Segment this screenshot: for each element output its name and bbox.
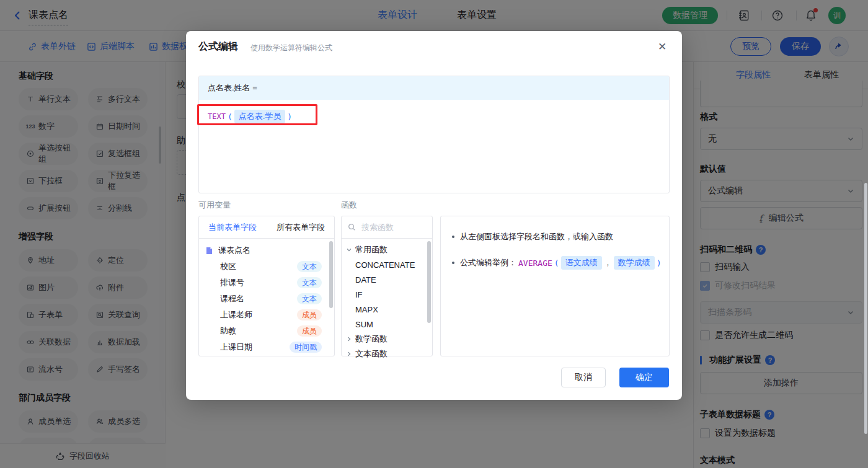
variables-scrollbar[interactable] <box>329 241 333 308</box>
variables-label: 可用变量 <box>198 200 231 211</box>
caret-right-icon <box>346 336 352 342</box>
help-panel: 从左侧面板选择字段名和函数，或输入函数 公式编辑举例： AVERAGE ( 语文… <box>440 216 670 356</box>
cancel-button[interactable]: 取消 <box>561 368 606 387</box>
modal-subtitle: 使用数学运算符编辑公式 <box>250 43 332 53</box>
caret-down-icon <box>346 247 352 253</box>
variables-panel: 当前表单字段 所有表单字段 课表点名 校区文本 排课号文本 课程名文本 上课老师… <box>198 216 335 356</box>
type-badge: 成员 <box>297 325 322 337</box>
function-group-common[interactable]: 常用函数 <box>342 242 432 257</box>
type-badge: 文本 <box>297 261 322 272</box>
function-item[interactable]: IF <box>342 287 432 302</box>
doc-icon <box>205 247 213 255</box>
formula-function-name: TEXT <box>208 112 226 121</box>
variable-row[interactable]: 排课号文本 <box>199 275 334 291</box>
modal-title: 公式编辑 <box>198 40 238 53</box>
variable-row[interactable]: 助教成员 <box>199 323 334 339</box>
variables-tabs: 当前表单字段 所有表单字段 <box>199 216 334 239</box>
modal-header: 公式编辑 使用数学运算符编辑公式 ✕ <box>186 31 682 62</box>
function-item[interactable]: MAPX <box>342 302 432 317</box>
functions-panel: 常用函数 CONCATENATE DATE IF MAPX SUM 数学函数 文… <box>341 216 433 356</box>
tree-root-form[interactable]: 课表点名 <box>199 242 334 258</box>
function-group-math[interactable]: 数学函数 <box>342 332 432 347</box>
formula-editor-modal: 公式编辑 使用数学运算符编辑公式 ✕ 点名表.姓名 = TEXT ( 点名表.学… <box>186 31 682 400</box>
variable-row[interactable]: 校区文本 <box>199 258 334 275</box>
formula-editor-box[interactable]: 点名表.姓名 = TEXT ( 点名表.学员 ) <box>198 76 670 193</box>
type-badge: 成员 <box>297 309 322 320</box>
formula-target: 点名表.姓名 = <box>199 76 669 100</box>
field-chip[interactable]: 点名表.学员 <box>234 110 286 123</box>
functions-scrollbar[interactable] <box>427 241 431 323</box>
variable-row[interactable]: 上课日期时间戳 <box>199 339 334 355</box>
functions-label: 函数 <box>341 200 357 211</box>
type-badge: 文本 <box>297 277 322 288</box>
formula-expression[interactable]: TEXT ( 点名表.学员 ) <box>208 108 292 125</box>
help-tip-1: 从左侧面板选择字段名和函数，或输入函数 <box>452 231 661 242</box>
example-function-name: AVERAGE <box>518 258 552 268</box>
type-badge: 文本 <box>297 293 322 304</box>
variable-row[interactable]: 上课老师成员 <box>199 307 334 323</box>
caret-right-icon <box>346 351 352 357</box>
close-icon[interactable]: ✕ <box>656 40 668 53</box>
function-search[interactable] <box>342 216 432 239</box>
confirm-button[interactable]: 确定 <box>619 368 669 387</box>
search-icon <box>348 223 356 231</box>
right-panel-scrollbar[interactable] <box>864 183 867 434</box>
variable-row[interactable]: 课程名文本 <box>199 291 334 307</box>
type-badge: 时间戳 <box>290 342 322 353</box>
help-tip-2: 公式编辑举例： AVERAGE ( 语文成绩 ， 数学成绩 ) <box>452 256 661 270</box>
function-group-text[interactable]: 文本函数 <box>342 347 432 361</box>
function-item[interactable]: CONCATENATE <box>342 257 432 272</box>
example-field-chip: 语文成绩 <box>561 256 602 270</box>
function-item[interactable]: SUM <box>342 317 432 332</box>
tab-current-form-fields[interactable]: 当前表单字段 <box>208 222 257 233</box>
function-search-input[interactable] <box>360 222 425 232</box>
tab-all-form-fields[interactable]: 所有表单字段 <box>277 222 325 233</box>
example-field-chip: 数学成绩 <box>614 256 655 270</box>
function-item[interactable]: DATE <box>342 272 432 287</box>
